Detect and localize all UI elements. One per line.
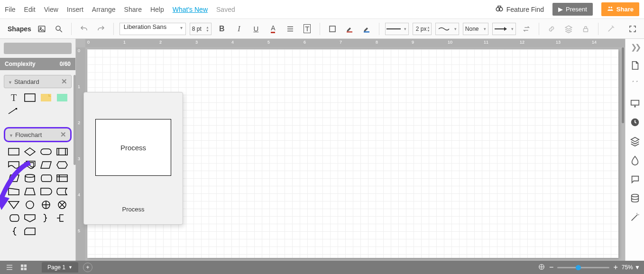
zoom-out-button[interactable]: − bbox=[549, 263, 553, 272]
layers-icon[interactable] bbox=[630, 136, 640, 146]
border-color-button[interactable] bbox=[343, 22, 356, 36]
swap-arrows-button[interactable] bbox=[520, 22, 533, 36]
shapes-panel: Complexity 0/60 ▼Standard ✕ T ▼Flowchart… bbox=[0, 39, 76, 261]
share-button[interactable]: Share bbox=[601, 2, 639, 16]
section-flowchart-header[interactable]: ▼Flowchart ✕ bbox=[4, 127, 72, 142]
connector-shape[interactable] bbox=[23, 199, 37, 210]
lock-button[interactable] bbox=[579, 22, 592, 36]
io-shape[interactable] bbox=[7, 173, 21, 184]
note-shape[interactable] bbox=[39, 92, 53, 103]
card-shape[interactable] bbox=[23, 226, 37, 237]
arrow-shape[interactable] bbox=[7, 105, 21, 117]
page-icon[interactable] bbox=[630, 60, 640, 71]
align-button[interactable] bbox=[284, 22, 297, 36]
menu-saved: Saved bbox=[216, 6, 235, 13]
hexagon-shape[interactable] bbox=[55, 159, 69, 171]
bold-button[interactable]: B bbox=[215, 22, 229, 36]
menu-insert[interactable]: Insert bbox=[67, 6, 83, 13]
rect-shape[interactable] bbox=[23, 92, 37, 103]
zoom-in-button[interactable]: + bbox=[613, 263, 617, 272]
text-box-button[interactable]: T bbox=[301, 22, 314, 36]
svg-point-29 bbox=[25, 174, 35, 177]
wand-icon[interactable] bbox=[630, 212, 640, 222]
section-standard-header[interactable]: ▼Standard ✕ bbox=[4, 75, 72, 88]
page-tab[interactable]: Page 1▼ bbox=[42, 262, 78, 273]
storeddata-shape[interactable] bbox=[55, 186, 69, 197]
zoom-slider-thumb[interactable] bbox=[576, 265, 581, 270]
directdata-shape[interactable] bbox=[39, 173, 53, 184]
magic-wand-button[interactable] bbox=[604, 22, 617, 36]
link-button[interactable] bbox=[545, 22, 558, 36]
predefined-shape[interactable] bbox=[55, 146, 69, 157]
line-start-select[interactable]: None bbox=[463, 23, 488, 35]
close-icon[interactable]: ✕ bbox=[60, 130, 66, 139]
block-shape[interactable] bbox=[55, 92, 69, 103]
manual-shape[interactable] bbox=[7, 186, 21, 197]
menu-arrange[interactable]: Arrange bbox=[92, 6, 116, 13]
delay-shape[interactable] bbox=[39, 186, 53, 197]
list-view-button[interactable] bbox=[4, 263, 15, 272]
line-width-select[interactable]: 2 px▲▼ bbox=[413, 23, 432, 35]
font-size-select[interactable]: 8 pt▲▼ bbox=[190, 23, 212, 35]
shape-search-input[interactable] bbox=[4, 43, 72, 54]
presentation-icon[interactable] bbox=[630, 98, 640, 109]
feature-find-button[interactable]: Feature Find bbox=[495, 4, 544, 14]
display-shape[interactable] bbox=[7, 212, 21, 224]
sum-shape[interactable] bbox=[55, 199, 69, 210]
line-color-button[interactable] bbox=[360, 22, 373, 36]
search-button[interactable] bbox=[52, 22, 65, 36]
line-style-select[interactable] bbox=[385, 23, 409, 35]
brace-left-shape[interactable] bbox=[7, 226, 21, 237]
menu-file[interactable]: File bbox=[5, 6, 16, 13]
line-end-select[interactable] bbox=[492, 23, 516, 35]
offpage-shape[interactable] bbox=[23, 212, 37, 224]
data-icon[interactable] bbox=[630, 193, 640, 203]
present-button[interactable]: ▶ Present bbox=[552, 3, 593, 16]
shapes-button[interactable]: Shapes bbox=[5, 25, 31, 33]
history-icon[interactable] bbox=[630, 117, 640, 128]
zoom-value[interactable]: 75% ▼ bbox=[622, 264, 640, 271]
canvas-scrollbar[interactable] bbox=[622, 47, 624, 123]
font-select[interactable]: Liberation Sans bbox=[120, 23, 186, 35]
zoom-fit-button[interactable] bbox=[538, 263, 545, 272]
close-icon[interactable]: ✕ bbox=[61, 77, 67, 86]
comment-icon[interactable] bbox=[630, 79, 640, 90]
decision-shape[interactable] bbox=[23, 146, 37, 157]
database-shape[interactable] bbox=[23, 173, 37, 184]
chevron-down-icon: ▼ bbox=[68, 265, 73, 270]
internal-shape[interactable] bbox=[55, 173, 69, 184]
menu-view[interactable]: View bbox=[44, 6, 58, 13]
zoom-slider[interactable] bbox=[557, 267, 609, 268]
collapse-dock-button[interactable]: ❯❯ bbox=[631, 43, 639, 52]
paint-icon[interactable] bbox=[630, 155, 640, 165]
brace-right-shape[interactable] bbox=[39, 212, 53, 224]
connector-style-select[interactable] bbox=[435, 23, 459, 35]
fill-button[interactable] bbox=[326, 22, 339, 36]
image-button[interactable] bbox=[35, 22, 48, 36]
data-shape[interactable] bbox=[39, 159, 53, 171]
redo-button[interactable] bbox=[94, 22, 108, 36]
menu-share[interactable]: Share bbox=[124, 6, 142, 13]
terminator-shape[interactable] bbox=[39, 146, 53, 157]
chat-icon[interactable] bbox=[630, 174, 640, 184]
merge-shape[interactable] bbox=[7, 199, 21, 210]
layer-button[interactable] bbox=[562, 22, 575, 36]
grid-view-button[interactable] bbox=[18, 263, 29, 272]
menu-whats-new[interactable]: What's New bbox=[173, 6, 208, 13]
document-shape[interactable] bbox=[7, 159, 21, 171]
italic-button[interactable]: I bbox=[232, 22, 246, 36]
menu-help[interactable]: Help bbox=[150, 6, 164, 13]
text-shape[interactable]: T bbox=[7, 92, 21, 103]
canvas-area[interactable]: 0 1 2 3 4 5 6 7 8 9 10 11 12 13 14 0 1 2… bbox=[76, 39, 625, 261]
menu-edit[interactable]: Edit bbox=[24, 6, 36, 13]
trapezoid-shape[interactable] bbox=[23, 186, 37, 197]
underline-button[interactable]: U bbox=[249, 22, 263, 36]
process-shape[interactable] bbox=[7, 146, 21, 157]
text-color-button[interactable]: A bbox=[267, 22, 280, 36]
note-right-shape[interactable] bbox=[55, 212, 69, 224]
fullscreen-button[interactable] bbox=[626, 22, 639, 36]
undo-button[interactable] bbox=[77, 22, 91, 36]
multidoc-shape[interactable] bbox=[23, 159, 37, 171]
add-page-button[interactable]: + bbox=[83, 263, 92, 272]
or-shape[interactable] bbox=[39, 199, 53, 210]
